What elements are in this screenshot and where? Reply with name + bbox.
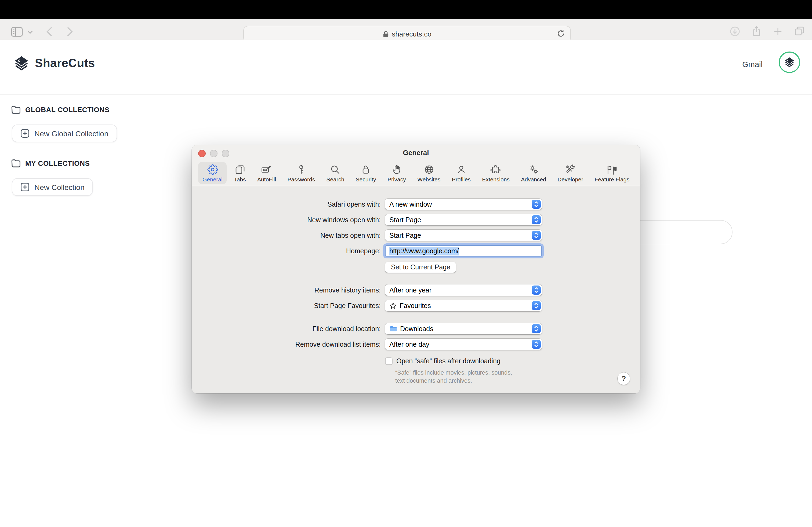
- pref-row-homepage: Homepage: http://www.google.com/: [192, 245, 640, 257]
- share-icon[interactable]: [752, 26, 762, 36]
- popup-stepper-icon: [532, 324, 541, 333]
- tab-passwords[interactable]: Passwords: [283, 162, 319, 184]
- pref-row-remove-downloads: Remove download list items: After one da…: [192, 338, 640, 350]
- menu-bar: [0, 0, 812, 19]
- brand[interactable]: ShareCuts: [13, 55, 95, 72]
- safari-settings-dialog: General General Tabs AutoFill Passwords …: [192, 145, 640, 393]
- tab-tabs[interactable]: Tabs: [230, 162, 250, 184]
- safari-opens-with-select[interactable]: A new window: [385, 199, 542, 210]
- set-to-current-page-button[interactable]: Set to Current Page: [385, 262, 456, 273]
- gmail-link[interactable]: Gmail: [742, 60, 763, 69]
- tab-websites[interactable]: Websites: [413, 162, 445, 184]
- folder-icon: [11, 105, 21, 114]
- star-icon: [389, 302, 397, 310]
- tab-profiles[interactable]: Profiles: [448, 162, 475, 184]
- avatar[interactable]: [779, 51, 800, 73]
- pref-label: New windows open with:: [192, 216, 385, 224]
- chevron-down-icon[interactable]: [27, 31, 33, 34]
- remove-download-list-items-select[interactable]: After one day: [385, 338, 542, 350]
- dialog-titlebar: General: [192, 145, 640, 161]
- file-download-location-select[interactable]: Downloads: [385, 323, 542, 334]
- new-collection-button[interactable]: New Collection: [12, 178, 93, 196]
- pref-label: Homepage:: [192, 247, 385, 255]
- pref-row-start-page-favourites: Start Page Favourites: Favourites: [192, 300, 640, 311]
- pref-row-set-current: Set to Current Page: [192, 262, 640, 273]
- new-global-collection-button[interactable]: New Global Collection: [12, 124, 117, 142]
- global-collections-heading: GLOBAL COLLECTIONS: [11, 105, 135, 114]
- start-page-favourites-select[interactable]: Favourites: [385, 300, 542, 311]
- new-windows-open-with-select[interactable]: Start Page: [385, 214, 542, 225]
- popup-stepper-icon: [532, 231, 541, 240]
- pref-label: Safari opens with:: [192, 200, 385, 208]
- pref-row-safe-files: Open “safe” files after downloading: [192, 358, 640, 365]
- tab-search[interactable]: Search: [322, 162, 349, 184]
- popup-stepper-icon: [532, 215, 541, 224]
- tab-security[interactable]: Security: [351, 162, 380, 184]
- pref-row-remove-history: Remove history items: After one year: [192, 284, 640, 296]
- sidebar-divider: [135, 94, 135, 527]
- pref-row-safari-opens-with: Safari opens with: A new window: [192, 199, 640, 210]
- brand-name: ShareCuts: [35, 56, 95, 70]
- popup-stepper-icon: [532, 200, 541, 209]
- new-tab-icon[interactable]: [773, 27, 782, 36]
- pref-label: Start Page Favourites:: [192, 302, 385, 310]
- screen: sharecuts.co: [0, 0, 812, 527]
- popup-stepper-icon: [532, 286, 541, 295]
- safe-files-note: “Safe” files include movies, pictures, s…: [395, 369, 512, 384]
- homepage-selected-text: http://www.google.com/: [389, 246, 459, 255]
- tab-feature-flags[interactable]: Feature Flags: [590, 162, 634, 184]
- sidebar-toggle-icon[interactable]: [11, 27, 23, 37]
- popup-stepper-icon: [532, 301, 541, 310]
- tab-privacy[interactable]: Privacy: [383, 162, 410, 184]
- dialog-title: General: [192, 149, 640, 157]
- help-button[interactable]: ?: [618, 373, 630, 385]
- plus-square-icon: [20, 129, 30, 138]
- tab-general[interactable]: General: [198, 162, 227, 184]
- my-collections-heading: MY COLLECTIONS: [11, 159, 135, 168]
- sharecuts-logo-icon: [13, 55, 30, 72]
- toolbar-right-icons: [730, 26, 804, 36]
- popup-stepper-icon: [532, 340, 541, 349]
- tab-extensions[interactable]: Extensions: [478, 162, 514, 184]
- pref-row-new-tabs: New tabs open with: Start Page: [192, 230, 640, 241]
- lock-icon: [383, 31, 389, 37]
- tab-advanced[interactable]: Advanced: [517, 162, 550, 184]
- pref-label: Remove download list items:: [192, 341, 385, 348]
- plus-square-icon: [20, 182, 30, 192]
- pref-label: Remove history items:: [192, 286, 385, 294]
- site-header: ShareCuts Gmail: [0, 40, 812, 95]
- pref-label: New tabs open with:: [192, 231, 385, 239]
- settings-tabs: General Tabs AutoFill Passwords Search S…: [192, 161, 640, 186]
- reload-icon[interactable]: [556, 29, 566, 38]
- new-tabs-open-with-select[interactable]: Start Page: [385, 230, 542, 241]
- pref-label: File download location:: [192, 325, 385, 332]
- pref-row-new-windows: New windows open with: Start Page: [192, 214, 640, 225]
- tab-developer[interactable]: Developer: [553, 162, 588, 184]
- sidebar: GLOBAL COLLECTIONS New Global Collection…: [0, 94, 135, 196]
- open-safe-files-checkbox[interactable]: [385, 358, 393, 365]
- pref-row-download-location: File download location: Downloads: [192, 323, 640, 334]
- homepage-input[interactable]: http://www.google.com/: [385, 245, 542, 257]
- settings-body: Safari opens with: A new window New wind…: [192, 186, 640, 393]
- downloads-icon[interactable]: [730, 26, 740, 36]
- tab-overview-icon[interactable]: [794, 26, 804, 36]
- tab-autofill[interactable]: AutoFill: [253, 162, 280, 184]
- open-safe-files-label: Open “safe” files after downloading: [396, 358, 501, 365]
- url-text: sharecuts.co: [392, 30, 431, 38]
- folder-icon: [11, 159, 21, 168]
- forward-button[interactable]: [67, 26, 73, 37]
- back-button[interactable]: [46, 26, 53, 37]
- remove-history-items-select[interactable]: After one year: [385, 284, 542, 296]
- downloads-folder-icon: [389, 325, 397, 332]
